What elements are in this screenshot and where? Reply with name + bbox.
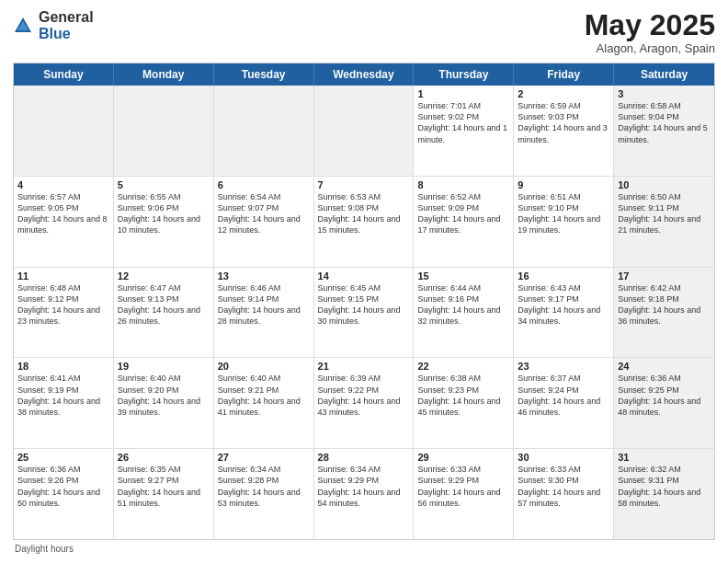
day-number: 9	[518, 179, 609, 190]
calendar-cell: 22Sunrise: 6:38 AM Sunset: 9:23 PM Dayli…	[414, 358, 514, 448]
cell-text: Sunrise: 6:53 AM Sunset: 9:08 PM Dayligh…	[318, 191, 410, 236]
cell-text: Sunrise: 6:51 AM Sunset: 9:10 PM Dayligh…	[518, 191, 609, 236]
day-number: 19	[118, 361, 210, 372]
day-number: 12	[118, 270, 210, 282]
calendar-cell: 31Sunrise: 6:32 AM Sunset: 9:31 PM Dayli…	[614, 449, 714, 539]
calendar-cell: 21Sunrise: 6:39 AM Sunset: 9:22 PM Dayli…	[314, 358, 415, 448]
day-number: 13	[218, 270, 310, 282]
cell-text: Sunrise: 6:55 AM Sunset: 9:06 PM Dayligh…	[118, 191, 210, 236]
logo: General Blue	[13, 9, 94, 41]
cell-text: Sunrise: 6:33 AM Sunset: 9:30 PM Dayligh…	[518, 464, 609, 509]
cell-text: Sunrise: 6:57 AM Sunset: 9:05 PM Dayligh…	[17, 191, 109, 236]
calendar-cell: 13Sunrise: 6:46 AM Sunset: 9:14 PM Dayli…	[214, 268, 314, 358]
day-number: 3	[618, 88, 711, 99]
calendar-cell: 2Sunrise: 6:59 AM Sunset: 9:03 PM Daylig…	[514, 86, 614, 176]
calendar-cell: 16Sunrise: 6:43 AM Sunset: 9:17 PM Dayli…	[514, 268, 614, 358]
month-title: May 2025	[585, 9, 715, 41]
calendar-cell: 5Sunrise: 6:55 AM Sunset: 9:06 PM Daylig…	[114, 177, 214, 267]
calendar-header-row: SundayMondayTuesdayWednesdayThursdayFrid…	[14, 63, 714, 86]
cell-text: Sunrise: 6:33 AM Sunset: 9:29 PM Dayligh…	[417, 464, 509, 509]
cell-text: Sunrise: 6:43 AM Sunset: 9:17 PM Dayligh…	[518, 282, 609, 327]
cell-text: Sunrise: 6:35 AM Sunset: 9:27 PM Dayligh…	[118, 464, 210, 509]
calendar-cell: 7Sunrise: 6:53 AM Sunset: 9:08 PM Daylig…	[314, 177, 415, 267]
cell-text: Sunrise: 7:01 AM Sunset: 9:02 PM Dayligh…	[417, 100, 509, 145]
calendar-cell: 4Sunrise: 6:57 AM Sunset: 9:05 PM Daylig…	[14, 177, 114, 267]
day-number: 7	[318, 179, 410, 190]
cell-text: Sunrise: 6:42 AM Sunset: 9:18 PM Dayligh…	[618, 282, 711, 327]
day-number: 18	[17, 361, 109, 372]
calendar-cell: 28Sunrise: 6:34 AM Sunset: 9:29 PM Dayli…	[314, 449, 415, 539]
footer-note: Daylight hours	[13, 544, 715, 554]
calendar-header-cell: Thursday	[414, 63, 514, 86]
day-number: 27	[218, 452, 310, 463]
calendar-header-cell: Monday	[114, 63, 214, 86]
cell-text: Sunrise: 6:36 AM Sunset: 9:25 PM Dayligh…	[618, 373, 711, 418]
cell-text: Sunrise: 6:50 AM Sunset: 9:11 PM Dayligh…	[618, 191, 711, 236]
day-number: 28	[318, 452, 410, 463]
calendar-header-cell: Friday	[514, 63, 614, 86]
title-block: May 2025 Alagon, Aragon, Spain	[585, 9, 715, 55]
cell-text: Sunrise: 6:52 AM Sunset: 9:09 PM Dayligh…	[417, 191, 509, 236]
cell-text: Sunrise: 6:38 AM Sunset: 9:23 PM Dayligh…	[417, 373, 509, 418]
calendar-cell: 17Sunrise: 6:42 AM Sunset: 9:18 PM Dayli…	[614, 268, 714, 358]
cell-text: Sunrise: 6:54 AM Sunset: 9:07 PM Dayligh…	[218, 191, 310, 236]
calendar-cell	[314, 86, 415, 176]
calendar-body: 1Sunrise: 7:01 AM Sunset: 9:02 PM Daylig…	[14, 86, 714, 539]
day-number: 20	[218, 361, 310, 372]
calendar-cell: 18Sunrise: 6:41 AM Sunset: 9:19 PM Dayli…	[14, 358, 114, 448]
calendar-cell: 27Sunrise: 6:34 AM Sunset: 9:28 PM Dayli…	[214, 449, 314, 539]
day-number: 14	[318, 270, 410, 282]
cell-text: Sunrise: 6:44 AM Sunset: 9:16 PM Dayligh…	[417, 282, 509, 327]
calendar-cell: 19Sunrise: 6:40 AM Sunset: 9:20 PM Dayli…	[114, 358, 214, 448]
calendar-cell: 10Sunrise: 6:50 AM Sunset: 9:11 PM Dayli…	[614, 177, 714, 267]
calendar-cell: 20Sunrise: 6:40 AM Sunset: 9:21 PM Dayli…	[214, 358, 314, 448]
calendar-cell: 15Sunrise: 6:44 AM Sunset: 9:16 PM Dayli…	[414, 268, 514, 358]
calendar-cell: 30Sunrise: 6:33 AM Sunset: 9:30 PM Dayli…	[514, 449, 614, 539]
calendar-cell: 3Sunrise: 6:58 AM Sunset: 9:04 PM Daylig…	[614, 86, 714, 176]
day-number: 26	[118, 452, 210, 463]
calendar-header-cell: Sunday	[14, 63, 114, 86]
calendar-cell: 25Sunrise: 6:36 AM Sunset: 9:26 PM Dayli…	[14, 449, 114, 539]
cell-text: Sunrise: 6:32 AM Sunset: 9:31 PM Dayligh…	[618, 464, 711, 509]
cell-text: Sunrise: 6:59 AM Sunset: 9:03 PM Dayligh…	[518, 100, 609, 145]
day-number: 25	[17, 452, 109, 463]
calendar-cell: 14Sunrise: 6:45 AM Sunset: 9:15 PM Dayli…	[314, 268, 415, 358]
calendar-cell: 11Sunrise: 6:48 AM Sunset: 9:12 PM Dayli…	[14, 268, 114, 358]
day-number: 31	[618, 452, 711, 463]
cell-text: Sunrise: 6:37 AM Sunset: 9:24 PM Dayligh…	[518, 373, 609, 418]
logo-icon	[13, 16, 33, 36]
calendar-cell: 26Sunrise: 6:35 AM Sunset: 9:27 PM Dayli…	[114, 449, 214, 539]
cell-text: Sunrise: 6:34 AM Sunset: 9:28 PM Dayligh…	[218, 464, 310, 509]
cell-text: Sunrise: 6:48 AM Sunset: 9:12 PM Dayligh…	[17, 282, 109, 327]
day-number: 17	[618, 270, 711, 282]
header: General Blue May 2025 Alagon, Aragon, Sp…	[13, 9, 715, 55]
day-number: 30	[518, 452, 609, 463]
page: General Blue May 2025 Alagon, Aragon, Sp…	[0, 0, 728, 563]
logo-blue: Blue	[39, 26, 94, 42]
day-number: 23	[518, 361, 609, 372]
calendar-row: 11Sunrise: 6:48 AM Sunset: 9:12 PM Dayli…	[14, 268, 714, 359]
day-number: 15	[417, 270, 509, 282]
day-number: 2	[518, 88, 609, 99]
day-number: 29	[417, 452, 509, 463]
day-number: 8	[417, 179, 509, 190]
day-number: 6	[218, 179, 310, 190]
calendar-cell	[214, 86, 314, 176]
day-number: 4	[17, 179, 109, 190]
day-number: 5	[118, 179, 210, 190]
day-number: 22	[417, 361, 509, 372]
cell-text: Sunrise: 6:36 AM Sunset: 9:26 PM Dayligh…	[17, 464, 109, 509]
calendar-header-cell: Tuesday	[214, 63, 314, 86]
cell-text: Sunrise: 6:40 AM Sunset: 9:21 PM Dayligh…	[218, 373, 310, 418]
calendar-cell: 23Sunrise: 6:37 AM Sunset: 9:24 PM Dayli…	[514, 358, 614, 448]
day-number: 24	[618, 361, 711, 372]
calendar-cell: 9Sunrise: 6:51 AM Sunset: 9:10 PM Daylig…	[514, 177, 614, 267]
day-number: 11	[17, 270, 109, 282]
calendar-cell: 6Sunrise: 6:54 AM Sunset: 9:07 PM Daylig…	[214, 177, 314, 267]
cell-text: Sunrise: 6:40 AM Sunset: 9:20 PM Dayligh…	[118, 373, 210, 418]
subtitle: Alagon, Aragon, Spain	[585, 41, 715, 55]
cell-text: Sunrise: 6:41 AM Sunset: 9:19 PM Dayligh…	[17, 373, 109, 418]
day-number: 10	[618, 179, 711, 190]
calendar: SundayMondayTuesdayWednesdayThursdayFrid…	[13, 63, 715, 540]
day-number: 16	[518, 270, 609, 282]
